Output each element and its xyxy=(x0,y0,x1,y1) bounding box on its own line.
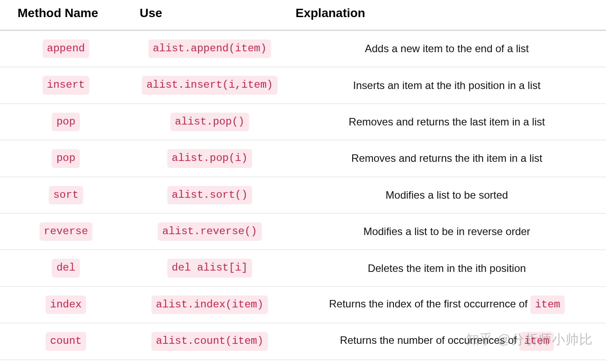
cell-method: count xyxy=(0,323,132,360)
cell-method: remove xyxy=(0,360,132,364)
explanation-code: item xyxy=(530,296,565,314)
method-code: insert xyxy=(43,76,89,94)
cell-method: pop xyxy=(0,103,132,140)
cell-use: del alist[i] xyxy=(132,250,288,286)
method-code: sort xyxy=(49,186,83,204)
method-code: append xyxy=(43,39,89,58)
use-code: alist.insert(i,item) xyxy=(142,76,277,94)
use-code: alist.sort() xyxy=(167,186,252,204)
cell-use: alist.index(item) xyxy=(132,286,288,323)
explanation-text: Adds a new item to the end of a list xyxy=(365,43,529,54)
explanation-code: item xyxy=(519,332,554,350)
explanation-text: Modifies a list to be sorted xyxy=(386,189,508,201)
cell-explanation: Removes the first occurrence of item xyxy=(288,360,606,364)
cell-explanation: Removes and returns the ith item in a li… xyxy=(288,140,606,177)
explanation-text: Inserts an item at the ith position in a… xyxy=(353,79,541,91)
cell-explanation: Modifies a list to be sorted xyxy=(288,177,606,213)
table-row: removealist.remove(item)Removes the firs… xyxy=(0,360,606,364)
explanation-text: Returns the index of the first occurrenc… xyxy=(329,298,530,310)
header-method-name: Method Name xyxy=(0,0,132,30)
cell-use: alist.remove(item) xyxy=(132,360,288,364)
cell-method: append xyxy=(0,30,132,67)
method-code: pop xyxy=(52,113,79,131)
table-row: deldel alist[i]Deletes the item in the i… xyxy=(0,250,606,286)
header-use: Use xyxy=(132,0,288,30)
table-row: popalist.pop()Removes and returns the la… xyxy=(0,103,606,140)
table-row: indexalist.index(item)Returns the index … xyxy=(0,286,606,323)
table-row: popalist.pop(i)Removes and returns the i… xyxy=(0,140,606,177)
cell-method: pop xyxy=(0,140,132,177)
cell-use: alist.pop(i) xyxy=(132,140,288,177)
explanation-text: Deletes the item in the ith position xyxy=(368,262,526,274)
cell-use: alist.pop() xyxy=(132,103,288,140)
explanation-text: Returns the number of occurrences of xyxy=(340,334,520,346)
cell-explanation: Inserts an item at the ith position in a… xyxy=(288,67,606,103)
cell-explanation: Adds a new item to the end of a list xyxy=(288,30,606,67)
use-code: alist.index(item) xyxy=(152,296,268,314)
use-code: alist.count(item) xyxy=(152,332,268,350)
cell-use: alist.sort() xyxy=(132,177,288,213)
use-code: alist.pop(i) xyxy=(167,149,252,168)
cell-method: del xyxy=(0,250,132,286)
cell-method: sort xyxy=(0,177,132,213)
table-row: reversealist.reverse()Modifies a list to… xyxy=(0,213,606,250)
method-code: pop xyxy=(52,149,79,168)
cell-explanation: Removes and returns the last item in a l… xyxy=(288,103,606,140)
use-code: alist.reverse() xyxy=(158,222,261,241)
cell-use: alist.append(item) xyxy=(132,30,288,67)
use-code: alist.pop() xyxy=(170,113,249,131)
explanation-text: Removes and returns the ith item in a li… xyxy=(351,152,542,164)
cell-explanation: Deletes the item in the ith position xyxy=(288,250,606,286)
method-code: reverse xyxy=(40,222,93,241)
cell-method: insert xyxy=(0,67,132,103)
header-explanation: Explanation xyxy=(288,0,606,30)
cell-method: index xyxy=(0,286,132,323)
cell-use: alist.insert(i,item) xyxy=(132,67,288,103)
table-header-row: Method Name Use Explanation xyxy=(0,0,606,30)
cell-use: alist.count(item) xyxy=(132,323,288,360)
method-code: index xyxy=(46,296,86,314)
table-row: insertalist.insert(i,item)Inserts an ite… xyxy=(0,67,606,103)
table-row: countalist.count(item)Returns the number… xyxy=(0,323,606,360)
cell-use: alist.reverse() xyxy=(132,213,288,250)
explanation-text: Removes and returns the last item in a l… xyxy=(349,116,545,128)
use-code: del alist[i] xyxy=(167,259,252,277)
table-row: sortalist.sort()Modifies a list to be so… xyxy=(0,177,606,213)
method-code: del xyxy=(52,259,79,277)
cell-explanation: Returns the index of the first occurrenc… xyxy=(288,286,606,323)
cell-method: reverse xyxy=(0,213,132,250)
cell-explanation: Modifies a list to be in reverse order xyxy=(288,213,606,250)
table-row: appendalist.append(item)Adds a new item … xyxy=(0,30,606,67)
methods-table: Method Name Use Explanation appendalist.… xyxy=(0,0,606,364)
use-code: alist.append(item) xyxy=(148,39,271,58)
cell-explanation: Returns the number of occurrences of ite… xyxy=(288,323,606,360)
method-code: count xyxy=(46,332,86,350)
explanation-text: Modifies a list to be in reverse order xyxy=(363,225,530,237)
